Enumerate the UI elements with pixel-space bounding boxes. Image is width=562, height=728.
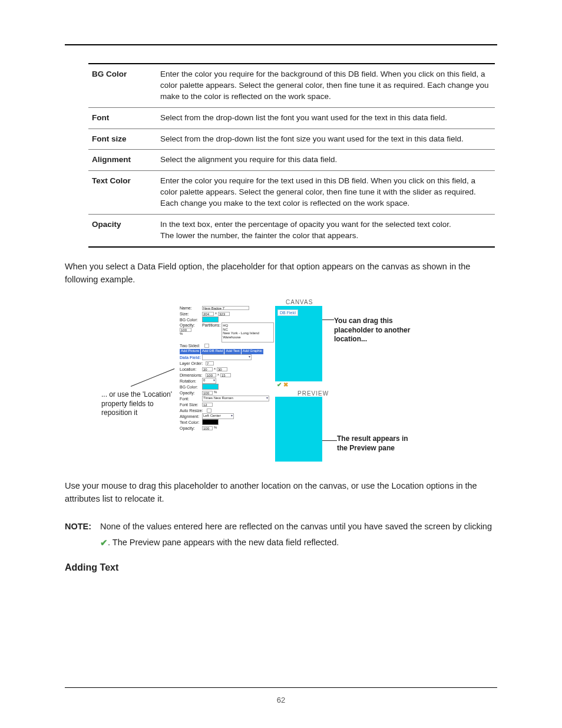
chevron-down-icon: ▾ bbox=[231, 414, 233, 419]
note-block: NOTE: None of the values entered here ar… bbox=[65, 519, 497, 552]
panel-label: Data Field: bbox=[180, 355, 201, 360]
panel-label: Layer Order: bbox=[180, 361, 204, 366]
preview-label: PREVIEW bbox=[297, 390, 329, 397]
check-icon: ✔ bbox=[100, 535, 108, 552]
fontsize-input[interactable]: 12 bbox=[202, 403, 213, 407]
canvas-label: CANVAS bbox=[286, 299, 313, 305]
prop-label: Text Color bbox=[88, 171, 157, 215]
properties-panel: Name:New Badge 7 Size:204x323 BG Color: … bbox=[180, 305, 274, 431]
prop-desc: Select from the drop-down list the font … bbox=[157, 107, 495, 129]
textcolor-swatch[interactable] bbox=[202, 419, 219, 425]
properties-table: BG ColorEnter the color you require for … bbox=[88, 63, 495, 248]
panel-label: Size: bbox=[180, 311, 201, 317]
panel-label: BG Color: bbox=[180, 384, 201, 390]
note-label: NOTE: bbox=[65, 519, 94, 552]
percent-label: % bbox=[214, 426, 217, 430]
page-top-rule bbox=[65, 44, 497, 45]
chevron-down-icon: ▾ bbox=[213, 378, 215, 383]
alignment-select[interactable]: Left Center▾ bbox=[202, 413, 234, 419]
layerorder-input[interactable]: 7 bbox=[206, 361, 214, 365]
percent-label: % bbox=[214, 390, 217, 395]
note-text: None of the values entered here are refl… bbox=[100, 519, 497, 552]
save-cancel-icons: ✔ ✖ bbox=[277, 381, 288, 388]
panel-label: Opacity: bbox=[180, 390, 201, 396]
preview-pane-box bbox=[275, 397, 322, 462]
add-picture-button[interactable]: Add Picture bbox=[180, 349, 200, 354]
table-row: Font sizeSelect from the drop-down list … bbox=[88, 129, 495, 150]
drag-paragraph: Use your mouse to drag this placeholder … bbox=[65, 480, 497, 506]
panel-label: Alignment: bbox=[180, 414, 201, 419]
example-diagram: ... or use the 'Location' property field… bbox=[75, 299, 487, 467]
panel-label: Two Sided: bbox=[180, 343, 203, 348]
font-select[interactable]: Times New Roman▾ bbox=[202, 396, 269, 401]
connector-line bbox=[322, 319, 334, 320]
table-row: BG ColorEnter the color you require for … bbox=[88, 64, 495, 107]
panel-label: Rotation: bbox=[180, 378, 201, 384]
prop-label: Alignment bbox=[88, 150, 157, 171]
panel-label: Partitions: bbox=[202, 322, 220, 328]
size-h-input[interactable]: 323 bbox=[218, 312, 230, 316]
twosided-checkbox[interactable] bbox=[204, 344, 209, 348]
rotation-select[interactable]: 0▾ bbox=[202, 378, 216, 384]
dimw-input[interactable]: 100 bbox=[206, 373, 216, 377]
check-icon: ✔ bbox=[277, 381, 282, 388]
db-field-placeholder: DB Field bbox=[277, 309, 298, 316]
intro-paragraph: When you select a Data Field option, the… bbox=[65, 261, 497, 286]
size-w-input[interactable]: 204 bbox=[202, 312, 214, 316]
name-input[interactable]: New Badge 7 bbox=[202, 306, 249, 310]
prop-desc: In the text box, enter the percentage of… bbox=[157, 215, 495, 247]
table-row: FontSelect from the drop-down list the f… bbox=[88, 107, 495, 129]
opacity-input[interactable]: 100 bbox=[180, 328, 191, 332]
prop-desc: Enter the color you require for the text… bbox=[157, 171, 495, 215]
bgcolor-swatch[interactable] bbox=[202, 317, 219, 322]
partitions-listbox[interactable]: HQ NC New York - Long Island Warehouse bbox=[222, 322, 274, 342]
add-graphic-button[interactable]: Add Graphic bbox=[242, 349, 263, 354]
locx-input[interactable]: 20 bbox=[202, 367, 213, 371]
callout-preview-result: The result appears in the Preview pane bbox=[337, 434, 419, 453]
canvas-preview-box bbox=[275, 306, 322, 381]
panel-label: Text Color: bbox=[180, 420, 201, 425]
chevron-down-icon: ▾ bbox=[249, 355, 250, 360]
panel-label: Name: bbox=[180, 305, 201, 311]
panel-label: Dimensions: bbox=[180, 373, 204, 378]
opacity2-input[interactable]: 100 bbox=[202, 391, 213, 395]
heading-adding-text: Adding Text bbox=[65, 562, 497, 573]
dimh-input[interactable]: 15 bbox=[220, 373, 231, 377]
panel-label: Opacity: bbox=[180, 426, 201, 431]
cross-icon: ✖ bbox=[283, 381, 288, 388]
chevron-down-icon: ▾ bbox=[266, 396, 268, 401]
add-dbfield-button[interactable]: Add DB Field bbox=[201, 349, 224, 354]
table-row: OpacityIn the text box, enter the percen… bbox=[88, 215, 495, 247]
prop-desc: Select the alignment you require for thi… bbox=[157, 150, 495, 171]
footer-rule bbox=[65, 687, 497, 688]
datafield-select[interactable]: ▾ bbox=[202, 354, 252, 360]
add-text-button[interactable]: Add Text bbox=[224, 349, 240, 354]
percent-label: % bbox=[180, 332, 201, 337]
table-row: Text ColorEnter the color you require fo… bbox=[88, 171, 495, 215]
prop-desc: Select from the drop-down list the font … bbox=[157, 129, 495, 150]
connector-line bbox=[322, 440, 337, 441]
callout-location-property: ... or use the 'Location' property field… bbox=[101, 390, 172, 418]
autoresize-checkbox[interactable] bbox=[207, 409, 211, 413]
connector-line bbox=[131, 368, 175, 387]
panel-label: Location: bbox=[180, 367, 201, 372]
panel-label: BG Color: bbox=[180, 317, 201, 322]
panel-label: Font: bbox=[180, 396, 201, 401]
prop-desc: Enter the color you require for the back… bbox=[157, 64, 495, 107]
page-number: 62 bbox=[0, 696, 562, 704]
locy-input[interactable]: 30 bbox=[217, 367, 227, 371]
prop-label: BG Color bbox=[88, 64, 157, 107]
panel-label: Opacity: bbox=[180, 322, 201, 328]
panel-label: Auto Resize: bbox=[180, 408, 206, 413]
prop-label: Opacity bbox=[88, 215, 157, 247]
bgcolor2-swatch[interactable] bbox=[202, 384, 219, 390]
opacity3-input[interactable]: 100 bbox=[202, 426, 213, 430]
callout-drag-placeholder: You can drag this placeholder to another… bbox=[334, 317, 411, 344]
panel-label: Font Size: bbox=[180, 402, 201, 407]
prop-label: Font size bbox=[88, 129, 157, 150]
table-row: AlignmentSelect the alignment you requir… bbox=[88, 150, 495, 171]
prop-label: Font bbox=[88, 107, 157, 129]
